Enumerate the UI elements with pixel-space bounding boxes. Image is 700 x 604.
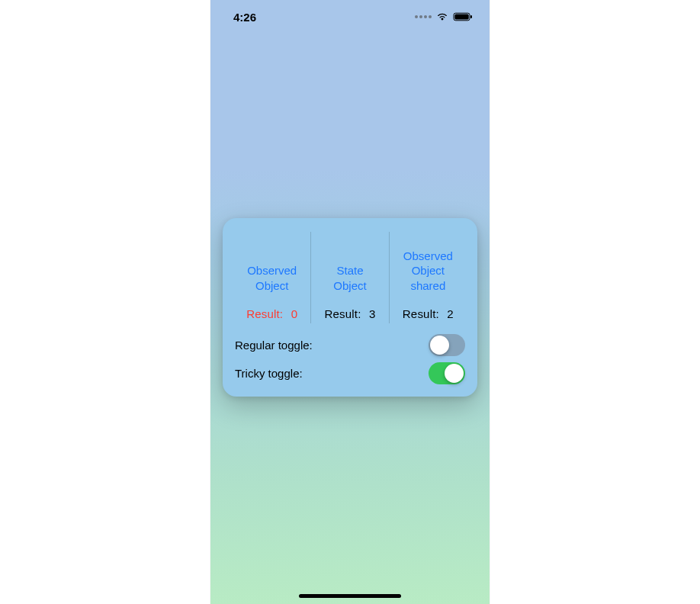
label-line: Object [333,279,366,292]
regular-toggle[interactable] [429,334,465,356]
label-line: Observed [247,264,297,277]
result-label: Result: [324,307,361,320]
tricky-toggle[interactable] [429,362,465,384]
regular-toggle-label: Regular toggle: [235,339,313,352]
result-shared: Result: 2 [390,307,467,320]
label-line: Observed [403,249,453,262]
columns: Observed Object Result: 0 State Object R… [233,232,467,323]
toggle-knob [445,364,464,383]
label-line: shared [410,279,445,292]
state-object-button[interactable]: State Object [311,263,388,294]
result-state: Result: 3 [311,307,388,320]
main-card: Observed Object Result: 0 State Object R… [223,218,477,397]
result-label: Result: [246,307,283,320]
column-observed-object: Observed Object Result: 0 [233,232,310,323]
svg-rect-1 [454,14,468,20]
status-bar: 4:26 [210,0,490,34]
label-line: Object [255,279,288,292]
battery-icon [453,12,473,21]
toggle-knob [430,336,449,355]
svg-rect-2 [470,15,472,18]
cellular-icon [415,15,432,18]
label-line: State [336,264,363,277]
result-observed: Result: 0 [233,307,310,320]
tricky-toggle-label: Tricky toggle: [235,367,303,380]
result-label: Result: [403,307,439,320]
result-value: 2 [447,307,454,320]
wifi-icon [436,12,448,21]
observed-shared-button[interactable]: Observed Object shared [390,249,467,294]
home-indicator [299,594,401,598]
column-state-object: State Object Result: 3 [310,232,388,323]
result-value: 3 [369,307,376,320]
status-right [415,12,473,21]
tricky-toggle-row: Tricky toggle: [233,362,467,384]
phone-frame: 4:26 Observed Object Result: 0 [210,0,490,604]
regular-toggle-row: Regular toggle: [233,334,467,356]
observed-object-button[interactable]: Observed Object [233,263,310,294]
result-value: 0 [291,307,298,320]
status-time: 4:26 [233,11,256,24]
label-line: Object [412,264,445,277]
column-observed-shared: Observed Object shared Result: 2 [389,232,467,323]
